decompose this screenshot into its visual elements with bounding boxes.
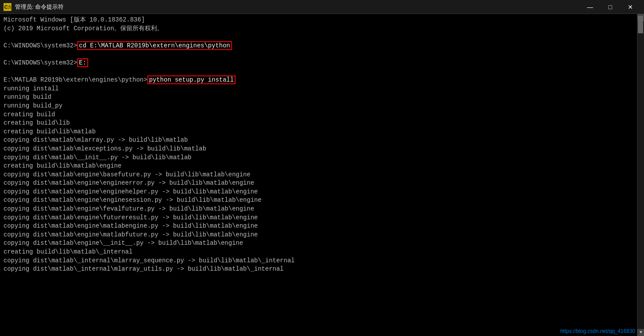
scrollbar[interactable]: ▲ ▼: [637, 14, 644, 336]
scroll-down-button[interactable]: ▼: [637, 329, 644, 336]
terminal-line: running build: [4, 93, 640, 102]
terminal-line: copying dist\matlab\engine\basefuture.py…: [4, 171, 640, 179]
terminal-line: creating build\lib\matlab: [4, 128, 640, 136]
terminal-line: copying dist\matlab\_internal\mlarray_se…: [4, 257, 640, 265]
terminal-line: creating build\lib: [4, 119, 640, 128]
terminal-line: copying dist\matlab\engine\fevalfuture.p…: [4, 205, 640, 214]
terminal-line: copying dist\matlab\engine\enginehelper.…: [4, 188, 640, 197]
window-controls: — □ ✕: [580, 0, 640, 14]
terminal-command-line: C:\WINDOWS\system32>cd E:\MATLAB R2019b\…: [4, 42, 640, 50]
minimize-button[interactable]: —: [580, 0, 600, 14]
window-title: 管理员: 命令提示符: [15, 3, 580, 11]
terminal-line: copying dist\matlab\engine\__init__.py -…: [4, 239, 640, 248]
titlebar: C:\ 管理员: 命令提示符 — □ ✕: [0, 0, 644, 14]
highlighted-command: python setup.py install: [147, 75, 236, 84]
terminal-line: copying dist\matlab\engine\matlabengine.…: [4, 222, 640, 231]
terminal-line: running build_py: [4, 102, 640, 111]
terminal-command-line: C:\WINDOWS\system32>E:: [4, 59, 640, 68]
terminal-line: copying dist\matlab\__init__.py -> build…: [4, 154, 640, 162]
terminal-line: copying dist\matlab\engine\engineerror.p…: [4, 179, 640, 188]
highlighted-command: cd E:\MATLAB R2019b\extern\engines\pytho…: [77, 41, 232, 50]
terminal-line: creating build\lib\matlab\_internal: [4, 248, 640, 257]
close-button[interactable]: ✕: [620, 0, 640, 14]
terminal-line: copying dist\matlab\engine\enginesession…: [4, 196, 640, 205]
terminal-line: copying dist\matlab\engine\futureresult.…: [4, 214, 640, 222]
terminal-output: Microsoft Windows [版本 10.0.18362.836](c)…: [4, 16, 640, 274]
terminal-line: Microsoft Windows [版本 10.0.18362.836]: [4, 16, 640, 25]
terminal-line: (c) 2019 Microsoft Corporation。保留所有权利。: [4, 25, 640, 33]
terminal-line: creating build: [4, 111, 640, 119]
terminal-line: copying dist\matlab\_internal\mlarray_ut…: [4, 265, 640, 274]
terminal-line: running install: [4, 85, 640, 93]
maximize-button[interactable]: □: [600, 0, 620, 14]
terminal-line: copying dist\matlab\engine\matlabfuture.…: [4, 231, 640, 239]
scroll-thumb[interactable]: [638, 16, 643, 33]
terminal-line: copying dist\matlab\mlarray.py -> build\…: [4, 136, 640, 145]
terminal-content: Microsoft Windows [版本 10.0.18362.836](c)…: [0, 14, 644, 336]
terminal-command-line: E:\MATLAB R2019b\extern\engines\python>p…: [4, 76, 640, 85]
status-url: https://blog.csdn.net/qq_416830: [558, 327, 637, 336]
highlighted-command: E:: [77, 58, 88, 67]
app-icon: C:\: [4, 3, 11, 11]
terminal-line: copying dist\matlab\mlexceptions.py -> b…: [4, 145, 640, 154]
terminal-line: creating build\lib\matlab\engine: [4, 162, 640, 171]
